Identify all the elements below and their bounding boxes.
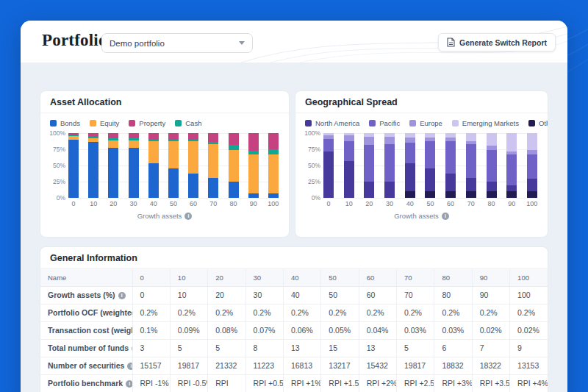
row-label: Total number of fundsi (40, 339, 132, 357)
legend-chip (129, 120, 135, 126)
bar-segment (168, 133, 179, 140)
table-cell: 0.07% (245, 321, 283, 339)
table-cell: 30 (245, 286, 283, 304)
x-axis-tick: 20 (108, 200, 118, 207)
geographical-spread-card: Geographical Spread North AmericaPacific… (295, 90, 548, 238)
table-cell: 20 (208, 286, 245, 304)
table-cell: RPI +1% (283, 374, 320, 392)
portfolio-select-value: Demo portfolio (110, 39, 165, 48)
x-axis-tick: 60 (188, 200, 198, 207)
table-row: Portfolio OCF (weighted)i0.2%0.2%0.2%0.2… (40, 304, 548, 321)
stacked-bar (188, 133, 198, 198)
bar-segment (487, 133, 497, 146)
table-cell: 15432 (359, 357, 396, 374)
bar-segment (487, 191, 497, 198)
bar-segment (129, 140, 139, 149)
generate-switch-report-button[interactable]: Generate Switch Report (438, 33, 556, 51)
bar-segment (208, 133, 218, 142)
bar-segment (527, 191, 537, 198)
app-header: Portfolios Demo portfolio Generate Switc… (21, 21, 567, 63)
column-header: 0 (132, 269, 170, 286)
x-axis-tick: 70 (466, 200, 476, 207)
stacked-bar (344, 133, 354, 198)
table-cell: 100 (510, 286, 548, 304)
legend-chip (305, 120, 312, 126)
y-axis-tick: 25% (53, 178, 65, 185)
bar-segment (268, 149, 279, 154)
table-row: Portfolio benchmarkiRPI -1%RPI -0.5%RPIR… (40, 374, 548, 392)
table-cell: 0.2% (132, 304, 170, 321)
x-axis-ticks: 0102030405060708090100 (323, 200, 537, 207)
x-axis-label: Growth assetsi (40, 212, 289, 220)
table-cell: 13 (359, 339, 396, 357)
x-axis-tick: 100 (527, 200, 537, 207)
legend-item: Equity (90, 119, 119, 127)
legend-label: Bonds (60, 119, 80, 127)
x-axis-tick: 50 (168, 200, 179, 207)
column-header: Name (40, 269, 132, 286)
bar-segment (384, 137, 395, 144)
table-cell: 0.2% (359, 304, 396, 321)
bar-segment (527, 154, 537, 179)
legend-label: Cash (185, 119, 201, 127)
portfolio-select[interactable]: Demo portfolio (101, 33, 253, 53)
table-cell: RPI -1% (132, 374, 170, 392)
table-cell: 0.06% (283, 321, 320, 339)
grid-line (323, 198, 537, 199)
y-axis-tick: 75% (308, 146, 320, 153)
info-icon[interactable]: i (127, 363, 132, 370)
table-cell: 15 (321, 339, 359, 357)
info-icon[interactable]: i (184, 213, 192, 220)
bar-segment (405, 143, 415, 163)
legend-chip (369, 120, 376, 126)
legend-chip (528, 120, 535, 126)
y-axis-tick: 50% (53, 162, 65, 169)
legend-chip (50, 120, 57, 126)
x-axis-tick: 100 (268, 200, 279, 207)
bar-segment (506, 133, 517, 152)
legend-label: Europe (420, 119, 442, 127)
table-cell: 90 (472, 286, 509, 304)
bar-segment (487, 182, 497, 191)
bar-segment (129, 133, 139, 138)
bar-segment (188, 174, 198, 198)
info-icon[interactable]: i (118, 292, 126, 299)
legend-label: Property (139, 119, 165, 127)
stacked-bar (506, 133, 517, 198)
table-cell: 80 (434, 286, 472, 304)
table-cell: 0.02% (510, 321, 548, 339)
bar-segment (248, 193, 259, 198)
table-cell: 0.2% (321, 304, 359, 321)
bar-segment (445, 141, 456, 174)
x-axis-tick: 90 (248, 200, 259, 207)
table-title: General Information (40, 247, 548, 269)
bar-segment (168, 168, 179, 198)
table-cell: 8 (245, 339, 283, 357)
bar-segment (88, 142, 98, 198)
info-icon[interactable]: i (126, 380, 132, 388)
chart-plot (323, 133, 537, 198)
bar-segment (229, 133, 239, 145)
y-axis-tick: 75% (53, 146, 65, 153)
table-row: Number of securitiesi1515719817213321122… (40, 357, 548, 374)
stacked-bar (425, 133, 435, 198)
bar-segment (506, 191, 517, 198)
table-cell: RPI +3.5% (472, 374, 509, 392)
table-cell: 0.2% (397, 304, 434, 321)
bar-segment (405, 163, 415, 191)
info-icon[interactable]: i (442, 213, 449, 220)
table-cell: 0.04% (359, 321, 396, 339)
y-axis: 0%25%50%75%100% (45, 133, 68, 198)
table-cell: 11223 (245, 357, 283, 374)
legend-item: Pacific (369, 119, 400, 127)
column-header: 30 (245, 269, 283, 286)
table-cell: 50 (321, 286, 359, 304)
table-cell: 19817 (170, 357, 207, 374)
table-cell: 21332 (208, 357, 245, 374)
legend-item: Europe (409, 119, 442, 127)
bar-segment (68, 140, 79, 198)
stacked-bar (208, 133, 218, 198)
chart-title: Asset Allocation (40, 91, 289, 113)
bar-segment (208, 144, 218, 178)
table-cell: 0.02% (472, 321, 509, 339)
